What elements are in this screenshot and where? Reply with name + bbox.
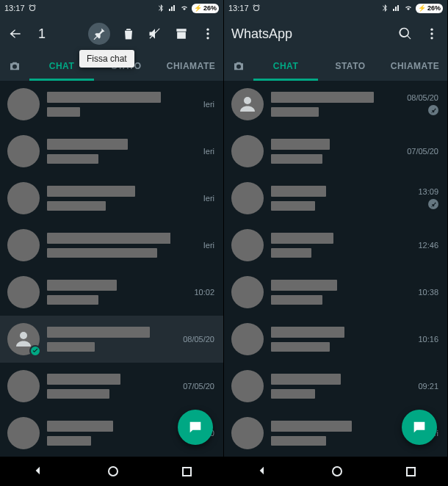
chat-name-redacted [47,92,161,103]
tab-chiamate[interactable]: CHIAMATE [383,51,447,81]
nav-recent[interactable] [406,467,416,476]
chat-row[interactable]: 12:46 [224,222,447,269]
chat-row[interactable]: 09:21 [224,363,447,410]
avatar[interactable] [7,229,40,261]
mute-button[interactable] [147,26,163,42]
more-button[interactable] [200,26,216,42]
chat-list[interactable]: 08/05/2007/05/2013:0912:4610:3810:1609:2… [224,81,447,457]
chat-name-redacted [271,186,326,197]
nav-home[interactable] [108,466,118,476]
avatar[interactable] [231,370,264,402]
chat-time: Ieri [203,100,214,109]
chat-row[interactable]: 13:09 [224,175,447,222]
chat-message-redacted [47,389,109,399]
search-button[interactable] [397,26,413,42]
status-bar: 13:17 ⚡26% [224,0,447,16]
new-chat-fab[interactable] [178,410,213,445]
svg-point-0 [206,29,209,31]
chat-message-redacted [47,295,98,305]
chat-row[interactable]: 07/05/20 [0,363,223,410]
chat-row[interactable]: 07/05/20 [224,128,447,175]
chat-row[interactable]: 08/05/20 [0,316,223,363]
chat-name-redacted [47,186,135,197]
camera-tab[interactable] [224,59,253,73]
chat-message-redacted [47,342,95,352]
pinned-icon [428,105,438,115]
nav-back[interactable] [32,465,44,479]
chat-message-redacted [47,248,157,258]
avatar[interactable] [231,182,264,214]
avatar[interactable] [231,323,264,355]
chat-time: Ieri [203,147,214,156]
avatar[interactable] [231,417,264,449]
chat-row[interactable]: 10:16 [224,316,447,363]
chat-content [271,186,394,211]
avatar[interactable] [7,323,40,355]
camera-tab[interactable] [0,59,29,73]
chat-time: 12:46 [418,241,438,250]
chat-content [47,421,170,446]
chat-time: 10:16 [418,335,438,344]
chat-row[interactable]: 10:38 [224,269,447,316]
chat-message-redacted [47,201,106,211]
chat-name-redacted [47,374,120,385]
main-action-bar: WhatsApp [224,16,447,51]
chat-name-redacted [271,92,374,103]
more-button[interactable] [424,26,440,42]
signal-icon [168,4,177,12]
phone-right: 13:17 ⚡26% WhatsApp CHAT STATO CHIAMATE … [224,0,448,486]
wifi-icon [180,4,189,12]
tab-chat[interactable]: CHAT [253,51,318,81]
avatar[interactable] [7,370,40,402]
chat-meta: Ieri [178,194,214,203]
chat-content [47,327,170,352]
archive-button[interactable] [173,26,189,42]
chat-name-redacted [47,327,150,338]
avatar[interactable] [7,135,40,167]
nav-back[interactable] [256,465,268,479]
alarm-icon [252,4,261,12]
chat-content [271,421,394,446]
chat-row[interactable]: Ieri [0,81,223,128]
chat-time: 09:21 [418,382,438,391]
chat-time: 10:02 [194,288,214,297]
delete-button[interactable] [120,26,137,42]
chat-meta: 08/05/20 [178,335,214,344]
chat-meta: 07/05/20 [178,382,214,391]
back-button[interactable] [7,26,24,42]
new-chat-fab[interactable] [402,410,437,445]
avatar[interactable] [7,276,40,308]
tab-chiamate[interactable]: CHIAMATE [159,51,223,81]
chat-name-redacted [47,421,113,432]
chat-message-redacted [271,201,315,211]
avatar[interactable] [231,135,264,167]
bluetooth-icon [380,4,389,12]
avatar[interactable] [231,88,264,120]
chat-meta: Ieri [178,241,214,250]
chat-name-redacted [271,233,333,244]
chat-message-redacted [271,107,319,117]
chat-name-redacted [47,280,117,291]
pin-button[interactable] [88,23,110,45]
chat-row[interactable]: Ieri [0,128,223,175]
chat-name-redacted [271,280,337,291]
chat-list[interactable]: IeriIeriIeriIeri10:0208/05/2007/05/2007/… [0,81,223,457]
chat-meta: Ieri [178,147,214,156]
chat-meta: 09:21 [402,382,438,391]
tab-stato[interactable]: STATO [318,51,383,81]
nav-recent[interactable] [182,467,192,476]
avatar[interactable] [7,88,40,120]
chat-row[interactable]: 10:02 [0,269,223,316]
avatar[interactable] [231,229,264,261]
chat-row[interactable]: Ieri [0,222,223,269]
avatar[interactable] [7,417,40,449]
nav-home[interactable] [332,466,342,476]
chat-message-redacted [47,154,98,164]
avatar[interactable] [231,276,264,308]
chat-content [47,139,170,164]
avatar[interactable] [7,182,40,214]
chat-message-redacted [271,389,315,399]
system-nav-bar [224,457,447,486]
chat-row[interactable]: 08/05/20 [224,81,447,128]
chat-row[interactable]: Ieri [0,175,223,222]
